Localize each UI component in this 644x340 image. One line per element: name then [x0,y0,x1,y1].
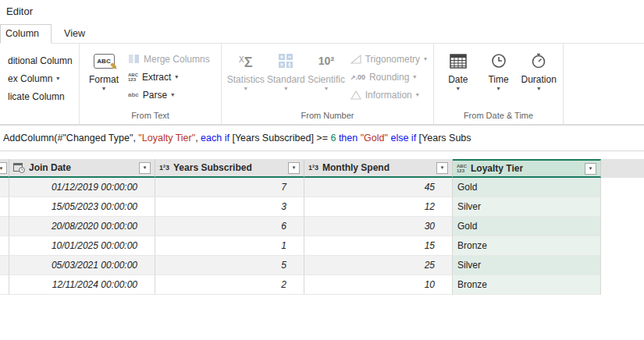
ribbon-group-from-text: ABC ✎ Format ▾ Merge Columns [80,44,222,124]
window-title: Editor [6,5,33,17]
formula-token: each [201,133,225,143]
information-button[interactable]: Information ▾ [347,86,430,104]
cell-loyalty-tier[interactable]: Bronze [453,236,601,256]
formula-bar: AddColumn(#"Changed Type", "Loyalty Tier… [0,125,644,151]
cell-years-subscribed[interactable]: 3 [155,197,304,217]
merge-columns-button[interactable]: Merge Columns [125,50,213,68]
cell-monthly-spend[interactable]: 25 [304,256,453,275]
time-button[interactable]: Time ▾ [479,47,518,111]
format-icon: ABC ✎ [94,54,115,69]
title-bar: Editor [0,0,644,23]
chevron-down-icon: ▾ [537,85,540,92]
formula-token: "Gold" [361,133,391,143]
cell-clipped[interactable] [0,217,9,236]
data-preview-table: ▼ Join Date ▼ 1²3 Years Subscribed ▼ 1²3 [0,159,644,295]
cell-join-date[interactable]: 10/01/2025 00:00:00 [9,236,155,256]
date-button[interactable]: Date ▾ [439,47,478,111]
group-label-from-number: From Number [222,111,433,124]
header-cell-clipped[interactable]: ▼ [0,159,9,178]
chevron-down-icon: ▾ [413,73,416,80]
cell-filler [601,275,644,295]
cell-filler [601,217,644,236]
formula-token: "Loyalty Tier" [138,133,195,143]
date-type-icon [13,162,25,173]
cell-monthly-spend[interactable]: 10 [304,275,453,295]
header-cell-loyalty-tier[interactable]: ABC 123 Loyalty Tier ▼ [453,159,601,178]
format-button[interactable]: ABC ✎ Format ▾ [84,47,123,111]
cell-years-subscribed[interactable]: 1 [155,236,304,256]
cell-loyalty-tier[interactable]: Silver [453,197,601,217]
formula-token: [Years Subscribed] >= [232,133,330,143]
index-column-button[interactable]: ex Column ▾ [5,69,76,87]
header-cell-join-date[interactable]: Join Date ▼ [9,159,155,178]
cell-join-date[interactable]: 15/05/2023 00:00:00 [9,197,155,217]
cell-join-date[interactable]: 20/08/2020 00:00:00 [9,217,155,236]
filter-button[interactable]: ▼ [288,162,300,174]
conditional-column-button[interactable]: ditional Column [5,51,76,69]
ribbon: ditional Column ex Column ▾ licate Colum… [0,44,644,125]
cell-clipped[interactable] [0,178,9,197]
cell-filler [601,178,644,197]
cell-monthly-spend[interactable]: 15 [304,236,453,256]
trigonometry-icon [350,55,361,64]
scientific-button[interactable]: 10² Scientific ▾ [307,47,346,111]
standard-button[interactable]: Standard ▾ [267,47,306,111]
extract-button[interactable]: ABC 123 Extract ▾ [125,68,213,86]
cell-clipped[interactable] [0,256,9,275]
formula-token: [Years Subs [419,133,471,143]
cell-join-date[interactable]: 01/12/2019 00:00:00 [9,178,155,197]
trigonometry-button[interactable]: Trigonometry ▾ [347,50,430,68]
clock-icon [491,53,507,69]
filter-button[interactable]: ▼ [139,162,151,174]
header-cell-monthly-spend[interactable]: 1²3 Monthly Spend ▼ [304,159,453,178]
cell-clipped[interactable] [0,236,9,256]
formula-token: then [339,133,361,143]
cell-monthly-spend[interactable]: 45 [304,178,453,197]
cell-clipped[interactable] [0,197,9,217]
chevron-down-icon: ▾ [325,85,328,92]
chevron-down-icon: ▾ [56,75,59,82]
cell-years-subscribed[interactable]: 7 [155,178,304,197]
filter-button[interactable]: ▼ [0,162,7,174]
tab-view[interactable]: View [52,25,98,43]
cell-loyalty-tier[interactable]: Gold [453,178,601,197]
cell-years-subscribed[interactable]: 2 [155,275,304,295]
filter-button[interactable]: ▼ [436,162,448,174]
cell-years-subscribed[interactable]: 5 [155,256,304,275]
rounding-button[interactable]: ↗.00 Rounding ▾ [347,68,430,86]
chevron-down-icon: ▾ [457,85,460,92]
filter-button[interactable]: ▼ [585,163,596,175]
formula-token: if [411,133,419,143]
formula-input[interactable]: AddColumn(#"Changed Type", "Loyalty Tier… [0,133,644,143]
scientific-icon: 10² [318,55,334,67]
cell-join-date[interactable]: 12/11/2024 00:00:00 [9,275,155,295]
duration-button[interactable]: Duration ▾ [519,47,558,111]
table-row: 10/01/2025 00:00:00 1 15 Bronze [0,236,644,256]
statistics-button[interactable]: ΧΣ Statistics ▾ [226,47,265,111]
duplicate-column-button[interactable]: licate Column [5,87,76,105]
formula-token: 6 [330,133,338,143]
filter-arrow-icon: ▼ [589,166,593,171]
ribbon-group-from-datetime: Date ▾ Time ▾ [434,44,564,124]
cell-loyalty-tier[interactable]: Silver [453,256,601,275]
chevron-down-icon: ▾ [284,85,287,92]
stopwatch-icon [531,53,546,69]
parse-button[interactable]: abc Parse ▾ [125,86,213,104]
any-type-icon: ABC 123 [457,164,467,173]
header-filler [601,159,644,178]
cell-years-subscribed[interactable]: 6 [155,217,304,236]
cell-monthly-spend[interactable]: 12 [304,197,453,217]
header-cell-years-subscribed[interactable]: 1²3 Years Subscribed ▼ [155,159,304,178]
information-icon [350,90,361,100]
chevron-down-icon: ▾ [102,85,105,92]
cell-filler [601,236,644,256]
cell-monthly-spend[interactable]: 30 [304,217,453,236]
tab-add-column[interactable]: Column [0,24,52,44]
cell-join-date[interactable]: 05/03/2021 00:00:00 [9,256,155,275]
merge-columns-icon [128,54,140,64]
standard-operations-icon [279,54,293,68]
chevron-down-icon: ▾ [424,55,427,62]
cell-clipped[interactable] [0,275,9,295]
cell-loyalty-tier[interactable]: Gold [453,217,601,236]
cell-loyalty-tier[interactable]: Bronze [453,275,601,295]
